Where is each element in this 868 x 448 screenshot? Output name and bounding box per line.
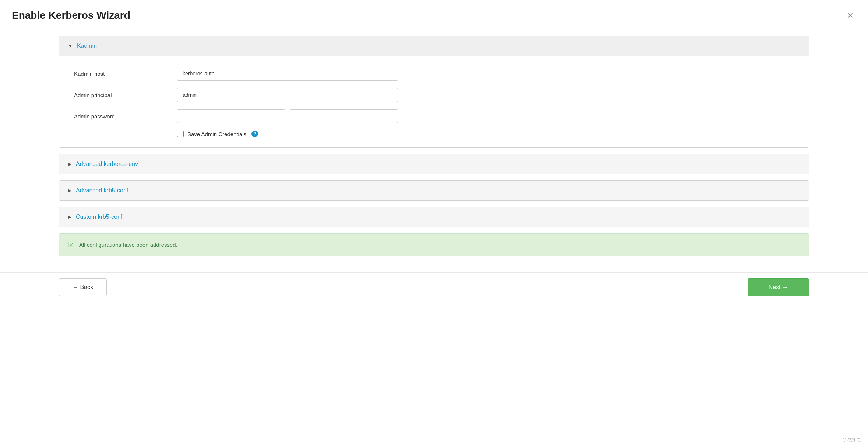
- admin-principal-label: Admin principal: [74, 92, 177, 98]
- admin-password-confirm-input[interactable]: [290, 109, 398, 123]
- password-group: [177, 109, 398, 123]
- watermark: © 亿速云: [843, 437, 861, 444]
- custom-krb5-conf-section: ▶ Custom krb5-conf: [59, 207, 809, 227]
- custom-krb5-conf-arrow: ▶: [68, 214, 71, 220]
- back-button[interactable]: ← Back: [59, 278, 107, 296]
- admin-password-row: Admin password: [74, 109, 794, 123]
- save-credentials-row: Save Admin Credentials ?: [177, 131, 794, 137]
- success-message: All configurations have been addressed.: [79, 242, 177, 248]
- close-button[interactable]: ×: [844, 9, 856, 22]
- kadmin-title: Kadmin: [77, 43, 97, 49]
- advanced-krb5-conf-title: Advanced krb5-conf: [76, 187, 128, 194]
- admin-password-input[interactable]: [177, 109, 285, 123]
- admin-principal-input[interactable]: [177, 88, 398, 102]
- success-banner: ☑ All configurations have been addressed…: [59, 233, 809, 256]
- custom-krb5-conf-header[interactable]: ▶ Custom krb5-conf: [59, 207, 809, 227]
- advanced-krb5-conf-section: ▶ Advanced krb5-conf: [59, 180, 809, 201]
- kadmin-collapse-arrow: ▼: [68, 43, 73, 49]
- dialog-body: ▼ Kadmin Kadmin host Admin principal Adm…: [0, 28, 868, 272]
- kadmin-host-label: Kadmin host: [74, 71, 177, 77]
- advanced-krb5-conf-header[interactable]: ▶ Advanced krb5-conf: [59, 181, 809, 200]
- dialog-header: Enable Kerberos Wizard ×: [0, 0, 868, 28]
- advanced-krb5-conf-arrow: ▶: [68, 188, 71, 193]
- kadmin-section: ▼ Kadmin Kadmin host Admin principal Adm…: [59, 36, 809, 148]
- admin-principal-row: Admin principal: [74, 88, 794, 102]
- next-button[interactable]: Next →: [748, 278, 809, 296]
- success-checkmark-icon: ☑: [68, 240, 75, 249]
- save-credentials-label: Save Admin Credentials: [187, 131, 246, 137]
- kadmin-body: Kadmin host Admin principal Admin passwo…: [59, 56, 809, 147]
- advanced-kerberos-env-title: Advanced kerberos-env: [76, 161, 138, 167]
- advanced-kerberos-env-section: ▶ Advanced kerberos-env: [59, 154, 809, 174]
- kadmin-header[interactable]: ▼ Kadmin: [59, 36, 809, 56]
- custom-krb5-conf-title: Custom krb5-conf: [76, 214, 122, 220]
- save-credentials-checkbox[interactable]: [177, 131, 184, 137]
- advanced-kerberos-env-arrow: ▶: [68, 161, 71, 167]
- advanced-kerberos-env-header[interactable]: ▶ Advanced kerberos-env: [59, 154, 809, 174]
- admin-password-label: Admin password: [74, 113, 177, 120]
- dialog-footer: ← Back Next →: [0, 272, 868, 302]
- save-credentials-help-icon[interactable]: ?: [251, 131, 258, 137]
- kadmin-host-row: Kadmin host: [74, 67, 794, 81]
- kadmin-host-input[interactable]: [177, 67, 398, 81]
- dialog-title: Enable Kerberos Wizard: [12, 10, 130, 21]
- enable-kerberos-dialog: Enable Kerberos Wizard × ▼ Kadmin Kadmin…: [0, 0, 868, 448]
